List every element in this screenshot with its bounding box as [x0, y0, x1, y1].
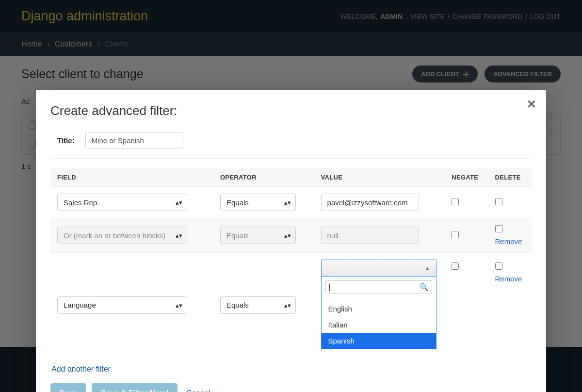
delete-checkbox[interactable] [495, 198, 502, 205]
title-label: Title: [57, 136, 75, 145]
advanced-filter-modal: ✕ Create advanced filter: Title: FIELD O… [36, 90, 546, 392]
filter-table: FIELD OPERATOR VALUE NEGATE DELETE Sales… [50, 168, 532, 357]
close-icon[interactable]: ✕ [527, 98, 536, 111]
field-select[interactable]: Language [57, 296, 187, 314]
col-delete: DELETE [488, 168, 532, 187]
field-select[interactable]: Or (mark an or between blocks) [57, 227, 187, 244]
filter-row: Language▴▾ Equals▴▾ ▲ 🔍 Engli [50, 253, 532, 358]
chevron-up-icon: ▲ [425, 265, 430, 271]
delete-checkbox[interactable] [495, 262, 502, 270]
combobox-listbox: EnglishItalianSpanish [322, 298, 436, 350]
combobox-trigger[interactable]: ▲ [322, 260, 436, 277]
remove-link[interactable]: Remove [495, 237, 525, 245]
value-input[interactable] [321, 194, 419, 211]
col-negate: NEGATE [445, 168, 488, 187]
save-and-filter-button[interactable]: Save & Filter Now! [92, 383, 177, 392]
filter-row: Sales Rep.▴▾ Equals▴▾ [50, 187, 532, 218]
negate-checkbox[interactable] [452, 231, 459, 238]
negate-checkbox[interactable] [452, 262, 459, 270]
cancel-link[interactable]: Cancel [186, 389, 210, 392]
value-input[interactable] [321, 227, 419, 244]
save-button[interactable]: Save [50, 383, 86, 392]
search-icon: 🔍 [420, 283, 429, 292]
modal-title: Create advanced filter: [50, 103, 532, 118]
value-combobox[interactable]: ▲ 🔍 EnglishItalianSpanish [321, 260, 436, 350]
combobox-option[interactable]: Italian [322, 317, 436, 333]
delete-checkbox[interactable] [495, 225, 502, 232]
remove-link[interactable]: Remove [495, 275, 525, 283]
add-another-filter-link[interactable]: Add another filter [51, 365, 111, 374]
operator-select[interactable]: Equals [220, 296, 296, 314]
field-select[interactable]: Sales Rep. [57, 194, 187, 211]
negate-checkbox[interactable] [452, 198, 459, 205]
col-value: VALUE [314, 168, 445, 187]
combobox-search-input[interactable]: 🔍 [325, 280, 432, 294]
col-field: FIELD [50, 168, 213, 187]
operator-select[interactable]: Equals [220, 227, 296, 244]
combobox-option[interactable]: Spanish [322, 333, 436, 349]
filter-row: Or (mark an or between blocks)▴▾ Equals▴… [50, 218, 532, 253]
operator-select[interactable]: Equals [220, 194, 296, 211]
combobox-option[interactable]: English [322, 301, 436, 317]
filter-title-input[interactable] [85, 132, 183, 148]
col-operator: OPERATOR [213, 168, 314, 187]
